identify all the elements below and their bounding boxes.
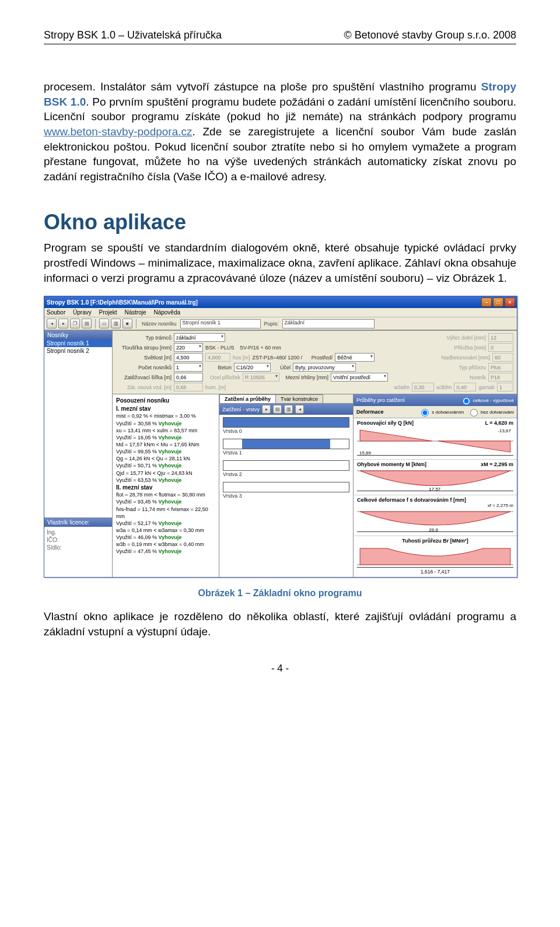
w3afm-field: 0,30	[412, 383, 434, 391]
posouzeni-title: Posouzení nosníku	[116, 397, 169, 404]
nazev-nosniku-input[interactable]: Stropní nosník 1	[180, 319, 261, 328]
layer-label: Vrstva 2	[223, 471, 349, 477]
chart-m-title: Ohybové momenty M [kNm]	[357, 461, 426, 467]
menu-upravy[interactable]: Úpravy	[73, 309, 92, 316]
menu-nastroje[interactable]: Nástroje	[124, 309, 146, 316]
tb-paste-icon[interactable]: ▤	[82, 319, 92, 328]
menu-napoveda[interactable]: Nápověda	[153, 309, 180, 316]
tb-open-icon[interactable]: ▥	[111, 319, 121, 328]
mezni-1: I. mezní stav	[116, 405, 150, 412]
list-item[interactable]: Stropní nosník 2	[44, 347, 112, 355]
opt-s-dotv[interactable]: s dotvarováním	[418, 407, 464, 417]
popis-input[interactable]: Základní	[282, 319, 374, 328]
tb-new-icon[interactable]: ▭	[99, 319, 109, 328]
p1a: procesem. Instalátor sám vytvoří zástupc…	[44, 81, 481, 93]
assess-line: Qjd = 15,77 kN < Qju = 24,83 kN	[116, 470, 192, 476]
vyhovuje: Vyhovuje	[158, 520, 181, 526]
lic-line: Sídlo:	[47, 544, 110, 551]
prostredi-select[interactable]: Běžné	[335, 353, 374, 362]
maximize-button[interactable]: □	[493, 298, 503, 307]
beton-select[interactable]: C16/20	[234, 363, 271, 372]
assess-line: Využití = 16,05 %	[116, 435, 158, 440]
assess-line: Využití = 63,53 %	[116, 477, 158, 483]
header-right: © Betonové stavby Group s.r.o. 2008	[344, 29, 516, 41]
chart-q-L: L = 4,620 m	[485, 420, 513, 426]
layers-area: Vrstva 0 Vrstva 1	[219, 415, 353, 577]
assess-line: ftot = 28,78 mm < ftotmax = 30,80 mm	[116, 492, 205, 498]
tloustka-select[interactable]: 220	[174, 343, 203, 352]
lic-line: Ing.	[47, 529, 110, 536]
menu-soubor[interactable]: Soubor	[47, 309, 65, 316]
titlebar: Stropy BSK 1.0 [F:\Delphi\BSK\Manuál\Pro…	[44, 296, 517, 308]
opt-celkove-label: celkové - výpočtové	[473, 398, 514, 403]
vrstvy-btn-4[interactable]: ◂	[295, 405, 304, 414]
chart-q-title: Posouvající síly Q [kN]	[357, 420, 414, 426]
minimize-button[interactable]: –	[481, 298, 492, 307]
layer-label: Vrstva 3	[223, 493, 349, 499]
typ-pricezu-field: Plus	[488, 363, 513, 372]
tb-copy-icon[interactable]: ❐	[70, 319, 80, 328]
posouzeni-panel: Posouzení nosníku I. mezní stav mist = 0…	[113, 394, 219, 577]
charts-title: Průběhy pro zatížení	[356, 397, 405, 403]
nadbeton-field: 60	[492, 353, 513, 362]
opt-celkove[interactable]: celkové - výpočtové	[460, 396, 514, 405]
page-number: - 4 -	[44, 663, 516, 674]
header-left: Stropy BSK 1.0 – Uživatelská příručka	[44, 29, 222, 41]
assess-line: Využití = 52,17 %	[116, 520, 158, 526]
txt-bsk-plus: BSK - PLUS	[205, 345, 237, 351]
toolbar-nazev-label: Název nosníku	[142, 321, 177, 327]
assess-line: Využití = 47,45 %	[116, 548, 158, 554]
assess-line: xu = 13,41 mm < xulm = 83,57 mm	[116, 428, 197, 433]
lbl-zat-osova: Zát. osová vzd. [m]	[116, 384, 172, 390]
menu-projekt[interactable]: Projekt	[99, 309, 117, 316]
chart-q: Posouvající síly Q [kN] L = 4,620 m 15,8…	[354, 418, 517, 460]
nosnik-field: P18	[488, 373, 513, 382]
zat-osova-field: 0,66	[174, 383, 203, 391]
val-q-left: 15,89	[359, 450, 371, 456]
opt-bez-dotv[interactable]: bez dotvarování	[467, 407, 514, 417]
lbl-vyrez-dolni: Výřez dolní [mm]	[446, 335, 486, 341]
list-item[interactable]: Stropní nosník 1	[44, 340, 112, 347]
vyhovuje: Vyhovuje	[158, 499, 181, 505]
assess-line: mist = 0,92 % < mistmax = 3,00 %	[116, 413, 196, 419]
tab-tvar[interactable]: Tvar konstrukce	[275, 394, 323, 403]
svetlost-input[interactable]: 4,500	[174, 353, 203, 362]
vyhovuje: Vyhovuje	[158, 463, 181, 468]
radio-celkove[interactable]	[463, 397, 470, 405]
paragraph-3: Vlastní okno aplikace je rozděleno do ně…	[44, 609, 516, 639]
tb-left-icon[interactable]: ◂	[47, 319, 57, 328]
vrstvy-btn-2[interactable]: ▤	[273, 405, 282, 414]
opt-bez-dotv-label: bez dotvarování	[481, 410, 514, 415]
paragraph-1: procesem. Instalátor sám vytvoří zástupc…	[44, 79, 516, 184]
radio-bezdotv[interactable]	[470, 409, 478, 417]
txt-zst: ZST-P18=480/ 1200 /	[253, 355, 303, 361]
close-button[interactable]: ×	[505, 298, 515, 307]
licence-box: Ing. IČO: Sídlo:	[44, 527, 112, 577]
toolbar-popis-label: Popis:	[264, 321, 279, 327]
val-q-right: -13,67	[498, 428, 511, 433]
tb-save-icon[interactable]: ■	[123, 319, 132, 328]
nosniky-list[interactable]: Stropní nosník 1 Stropní nosník 2	[44, 340, 112, 518]
chart-f-title: Celkové deformace f s dotvarováním f [mm…	[357, 497, 466, 503]
ucel-select[interactable]: Byty, provozovny	[293, 363, 356, 372]
tab-zatizeni[interactable]: Zatížení a průběhy	[219, 394, 276, 403]
prilozka-field: 0	[488, 343, 513, 352]
licence-header: Vlastník licence:	[44, 518, 112, 527]
tb-right-icon[interactable]: ▸	[58, 319, 68, 328]
vrstvy-btn-1[interactable]: ▸	[262, 405, 271, 414]
radio-sdotv[interactable]	[421, 409, 429, 417]
vyhovuje: Vyhovuje	[158, 435, 181, 440]
lbl-typ-pricezu: Typ příčezu	[459, 365, 486, 370]
pocet-select[interactable]: 1	[174, 363, 203, 372]
trhliny-select[interactable]: Vnitřní prostředí	[331, 373, 388, 382]
nosniky-header: Nosníky	[44, 331, 112, 340]
assess-line: Využití = 30,58 %	[116, 421, 158, 426]
support-link[interactable]: www.beton-stavby-podpora.cz	[44, 125, 192, 138]
assess-line: Využití = 99,55 %	[116, 449, 158, 454]
chart-br: Tuhosti průřezu Br [MNm²] 1,616 - 7,417	[354, 536, 517, 577]
ocel-select: R 10505	[243, 373, 279, 382]
typ-tramcu-select[interactable]: základní	[174, 333, 225, 342]
vrstvy-btn-3[interactable]: ▥	[284, 405, 293, 414]
svetlost-ro1: 4,800	[205, 353, 230, 362]
zat-sirka-input[interactable]: 0,66	[174, 373, 203, 382]
